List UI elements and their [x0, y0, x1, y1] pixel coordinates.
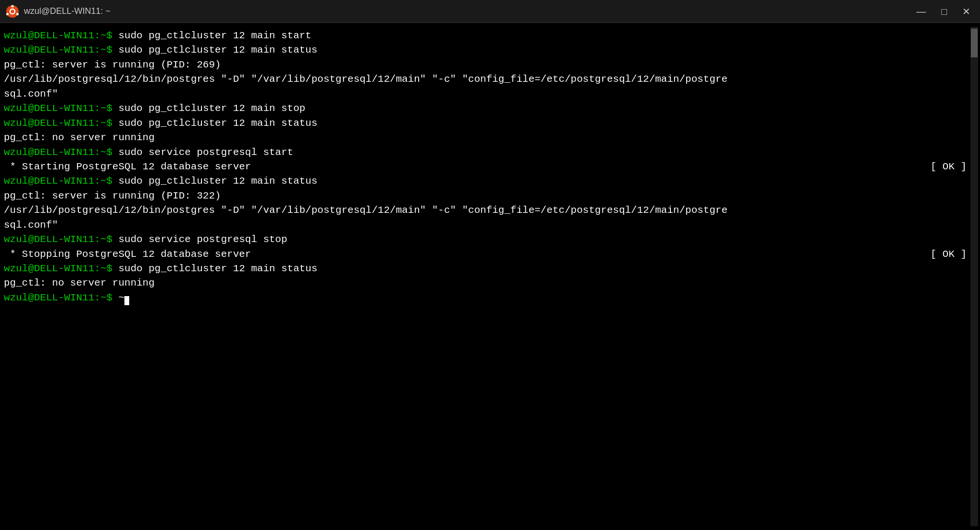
line-4: /usr/lib/postgresql/12/bin/postgres "-D"… [4, 72, 967, 87]
line-19: wzul@DELL-WIN11:~$ ~ [4, 291, 967, 305]
cmd-1: sudo pg_ctlcluster 12 main start [118, 30, 311, 41]
window-title: wzul@DELL-WIN11: ~ [24, 6, 913, 16]
prompt-19: wzul@DELL-WIN11:~$ [4, 292, 118, 303]
svg-point-2 [11, 5, 14, 7]
prompt-2: wzul@DELL-WIN11:~$ [4, 44, 118, 55]
ok-status-16: [ OK ] [930, 247, 967, 262]
title-bar: wzul@DELL-WIN11: ~ — □ ✕ [0, 0, 980, 23]
line-11: wzul@DELL-WIN11:~$ sudo pg_ctlcluster 12… [4, 174, 967, 188]
prompt-9: wzul@DELL-WIN11:~$ [4, 147, 118, 158]
prompt-6: wzul@DELL-WIN11:~$ [4, 103, 118, 114]
line-10: * Starting PostgreSQL 12 database server… [4, 160, 967, 174]
prompt-1: wzul@DELL-WIN11:~$ [4, 30, 118, 41]
cursor [124, 296, 129, 305]
cmd-2: sudo pg_ctlcluster 12 main status [118, 44, 317, 55]
output-text-16: * Stopping PostgreSQL 12 database server [4, 247, 251, 262]
prompt-7: wzul@DELL-WIN11:~$ [4, 118, 118, 129]
line-14: sql.conf" [4, 218, 967, 232]
scrollbar-thumb[interactable] [971, 29, 978, 57]
line-8: pg_ctl: no server running [4, 131, 967, 145]
line-9: wzul@DELL-WIN11:~$ sudo service postgres… [4, 145, 967, 160]
cmd-17: sudo pg_ctlcluster 12 main status [118, 263, 317, 274]
minimize-button[interactable]: — [913, 5, 930, 18]
terminal-window: wzul@DELL-WIN11: ~ — □ ✕ wzul@DELL-WIN11… [0, 0, 980, 530]
line-16: * Stopping PostgreSQL 12 database server… [4, 247, 967, 262]
line-17: wzul@DELL-WIN11:~$ sudo pg_ctlcluster 12… [4, 262, 967, 276]
line-7: wzul@DELL-WIN11:~$ sudo pg_ctlcluster 12… [4, 116, 967, 131]
cmd-11: sudo pg_ctlcluster 12 main status [118, 176, 317, 187]
ubuntu-icon [6, 5, 19, 18]
terminal-content: wzul@DELL-WIN11:~$ sudo pg_ctlcluster 12… [0, 27, 970, 526]
line-15: wzul@DELL-WIN11:~$ sudo service postgres… [4, 232, 967, 247]
cmd-9: sudo service postgresql start [118, 147, 293, 158]
prompt-11: wzul@DELL-WIN11:~$ [4, 176, 118, 187]
svg-point-4 [6, 13, 9, 15]
window-controls: — □ ✕ [913, 5, 974, 18]
line-3: pg_ctl: server is running (PID: 269) [4, 58, 967, 72]
prompt-17: wzul@DELL-WIN11:~$ [4, 263, 118, 274]
cmd-15: sudo service postgresql stop [118, 234, 287, 245]
line-13: /usr/lib/postgresql/12/bin/postgres "-D"… [4, 203, 967, 218]
cmd-6: sudo pg_ctlcluster 12 main stop [118, 103, 305, 114]
svg-point-3 [16, 13, 19, 15]
line-1: wzul@DELL-WIN11:~$ sudo pg_ctlcluster 12… [4, 29, 967, 43]
line-12: pg_ctl: server is running (PID: 322) [4, 189, 967, 203]
line-2: wzul@DELL-WIN11:~$ sudo pg_ctlcluster 12… [4, 43, 967, 57]
terminal-body[interactable]: wzul@DELL-WIN11:~$ sudo pg_ctlcluster 12… [0, 23, 980, 530]
maximize-button[interactable]: □ [937, 5, 951, 18]
line-6: wzul@DELL-WIN11:~$ sudo pg_ctlcluster 12… [4, 101, 967, 116]
cmd-19: ~ [118, 292, 124, 303]
cmd-7: sudo pg_ctlcluster 12 main status [118, 118, 317, 129]
ok-status-10: [ OK ] [930, 160, 967, 174]
scrollbar[interactable] [970, 27, 978, 526]
prompt-15: wzul@DELL-WIN11:~$ [4, 234, 118, 245]
close-button[interactable]: ✕ [958, 5, 974, 18]
line-18: pg_ctl: no server running [4, 276, 967, 290]
line-5: sql.conf" [4, 87, 967, 101]
output-text-10: * Starting PostgreSQL 12 database server [4, 160, 251, 174]
